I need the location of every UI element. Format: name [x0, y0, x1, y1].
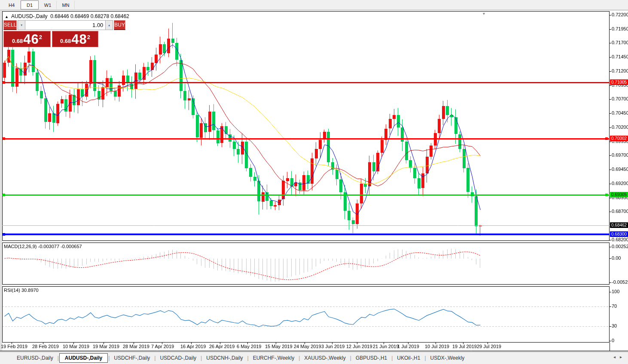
rsi-axis-tick: 0: [612, 338, 614, 343]
chart-tab-usdchf[interactable]: USDCHF-,Daily: [110, 354, 154, 362]
buy-button[interactable]: BUY: [114, 20, 125, 30]
ohlc-values: 0.68446 0.68469 0.68278 0.68462: [50, 13, 129, 19]
collapse-panel-icon[interactable]: ▲: [5, 15, 9, 19]
sell-price-pips: 46: [23, 33, 39, 46]
one-click-trade-panel: SELL ▾ ▴ BUY 0.68 46 2 0.68 48 2: [3, 20, 99, 47]
tab-scroll-right-icon[interactable]: ▸: [620, 355, 622, 359]
price-axis-tick: 0.72200: [612, 12, 628, 17]
chart-tab-usdcnh[interactable]: USDCNH-,Daily: [202, 354, 247, 362]
macd-axis-tick: -0.005234: [612, 279, 628, 285]
price-axis-tick: 0.71950: [612, 26, 628, 31]
date-axis-label: 28 Mar 2019: [123, 344, 149, 349]
price-axis-tick: 0.69450: [612, 167, 628, 172]
buy-price-point: 2: [87, 34, 90, 40]
macd-axis-tick: 0.002522: [612, 244, 628, 249]
timeframe-button-h4[interactable]: H4: [3, 0, 21, 9]
tab-separator: |: [247, 355, 249, 361]
chart-tab-usdcad[interactable]: USDCAD-,Daily: [156, 354, 200, 362]
tab-separator: |: [58, 355, 59, 361]
macd-indicator-label: MACD(12,26,9) -0.003077 -0.000657: [4, 244, 82, 249]
date-axis-label: 6 May 2019: [237, 344, 261, 349]
date-axis-label: 29 Jul 2019: [477, 344, 501, 349]
sell-price-prefix: 0.68: [12, 37, 23, 46]
price-axis-tick: 0.69200: [612, 181, 628, 186]
macd-axis-tick: 0.00: [612, 255, 621, 261]
tab-separator: |: [108, 355, 110, 361]
timeframe-toolbar: H4D1W1MN: [0, 0, 628, 10]
date-axis-label: 12 Jun 2019: [346, 344, 372, 349]
chart-title: ▲AUDUSD-,Daily 0.68446 0.68469 0.68278 0…: [5, 13, 129, 19]
chart-tab-xauusd[interactable]: XAUUSD-,Weekly: [300, 354, 349, 362]
price-axis-tick: 0.71200: [612, 68, 628, 73]
date-axis-label: 19 Jul 2019: [452, 344, 477, 349]
chart-tab-bar: EURUSD-,Daily|AUDUSD-,Daily|USDCHF-,Dail…: [0, 352, 628, 364]
date-axis-label: 26 Apr 2019: [209, 344, 235, 349]
timeframe-button-d1[interactable]: D1: [21, 0, 39, 9]
date-axis-label: 10 Jul 2019: [425, 344, 449, 349]
date-axis-label: 19 Feb 2019: [1, 344, 27, 349]
current-price-chip: 0.68462: [610, 222, 628, 228]
date-axis-label: 15 May 2019: [265, 344, 293, 349]
buy-price-button[interactable]: 0.68 48 2: [52, 31, 98, 47]
date-axis-label: 16 Apr 2019: [180, 344, 206, 349]
volume-input[interactable]: [25, 20, 105, 30]
rsi-axis-tick: 30: [612, 323, 617, 328]
rsi-axis-tick: 100: [612, 289, 619, 294]
chart-tab-eurchf[interactable]: EURCHF-,Weekly: [249, 354, 298, 362]
date-axis-label: 28 Feb 2019: [32, 344, 59, 349]
sell-price-button[interactable]: 0.68 46 2: [3, 31, 51, 47]
price-axis-tick: 0.68700: [612, 209, 628, 214]
price-level-chip: 0.68300: [610, 231, 628, 237]
price-axis-tick: 0.71450: [612, 54, 628, 59]
timeframe-button-mn[interactable]: MN: [57, 0, 75, 9]
date-axis-label: 24 May 2019: [294, 344, 321, 349]
price-axis-tick: 0.68200: [612, 237, 628, 242]
date-axis-label: 7 Apr 2019: [151, 344, 174, 349]
price-level-chip: 0.71005: [610, 79, 628, 85]
price-chart-canvas[interactable]: [0, 0, 628, 364]
date-axis-label: 3 Jun 2019: [321, 344, 344, 349]
tab-scroll-left-icon[interactable]: ◂: [613, 355, 616, 359]
chart-tab-gbpusd[interactable]: GBPUSD-,H1: [352, 354, 391, 362]
date-axis-label: 10 Mar 2019: [63, 344, 89, 349]
tab-separator: |: [350, 355, 351, 361]
tab-scroll-arrows: ◂ ▸: [613, 355, 622, 359]
price-level-chip: 0.70002: [610, 136, 628, 141]
tab-separator: |: [299, 355, 300, 361]
price-axis-tick: 0.70450: [612, 110, 628, 115]
chart-tab-eurusd[interactable]: EURUSD-,Daily: [13, 354, 57, 362]
date-axis-label: 19 Mar 2019: [93, 344, 119, 349]
date-axis-label: 1 Jul 2019: [397, 344, 419, 349]
volume-increase-icon[interactable]: ▴: [105, 20, 113, 30]
chart-tab-usdx[interactable]: USDX-,Weekly: [427, 354, 469, 362]
volume-decrease-icon[interactable]: ▾: [18, 20, 25, 30]
price-axis-tick: 0.70700: [612, 96, 628, 101]
tab-separator: |: [154, 355, 155, 361]
date-axis-label: 21 Jun 2019: [373, 344, 399, 349]
buy-price-pips: 48: [71, 33, 87, 46]
sell-price-point: 2: [39, 34, 42, 40]
tab-separator: |: [391, 355, 393, 361]
rsi-axis-tick: 70: [612, 303, 617, 309]
sell-button[interactable]: SELL: [3, 20, 17, 30]
rsi-indicator-label: RSI(14) 30.8970: [4, 288, 39, 293]
price-axis-tick: 0.71700: [612, 40, 628, 45]
price-axis-tick: 0.69700: [612, 152, 628, 158]
chart-tab-audusd[interactable]: AUDUSD-,Daily: [59, 353, 108, 363]
tab-separator: |: [201, 355, 202, 361]
timeframe-button-w1[interactable]: W1: [39, 0, 57, 9]
chart-tab-ukoil[interactable]: UKOil-,H1: [393, 354, 424, 362]
tab-separator: |: [424, 355, 426, 361]
buy-price-prefix: 0.68: [60, 37, 71, 46]
symbol-period-label: AUDUSD-,Daily: [11, 13, 48, 19]
price-axis-tick: 0.70200: [612, 124, 628, 130]
chart-shift-marker-icon[interactable]: ▾: [483, 11, 485, 16]
price-level-chip: 0.69005: [610, 192, 628, 197]
